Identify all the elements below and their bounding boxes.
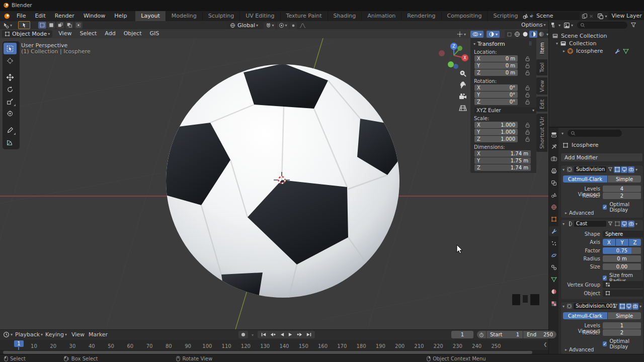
rotation-mode-dropdown[interactable]: XYZ Euler▾ bbox=[474, 107, 536, 114]
timeline-ruler[interactable]: 1020304050607080901001101201301401501601… bbox=[0, 340, 548, 349]
tool-measure[interactable] bbox=[4, 136, 17, 148]
cast-object-field[interactable] bbox=[603, 290, 643, 297]
select-mode-intersect-icon[interactable] bbox=[74, 22, 83, 29]
subdivision-expand-caret[interactable]: ▾ bbox=[562, 167, 565, 172]
workspace-tab-animation[interactable]: Animation bbox=[362, 11, 401, 21]
scene-icon[interactable] bbox=[522, 13, 529, 20]
outliner-funnel-icon[interactable] bbox=[630, 22, 636, 28]
auto-keying-record-button[interactable] bbox=[238, 331, 248, 338]
jump-to-start-button[interactable] bbox=[259, 332, 268, 337]
cast-extras-caret[interactable]: ▾ bbox=[635, 222, 637, 226]
npanel-tab-edit[interactable]: Edit bbox=[536, 97, 547, 112]
shading-solid-icon[interactable] bbox=[513, 31, 521, 38]
tool-select-box[interactable] bbox=[4, 43, 17, 54]
view-layer-icon[interactable] bbox=[597, 13, 604, 20]
location-x-field[interactable]: X0 m bbox=[474, 55, 518, 62]
scene-dropdown-caret[interactable]: ▾ bbox=[530, 14, 532, 19]
workspace-tab-layout[interactable]: Layout bbox=[135, 11, 166, 21]
dimension-x-field[interactable]: X1.74 m bbox=[474, 150, 531, 157]
rotation-y-field[interactable]: Y0° bbox=[474, 92, 518, 98]
tab-particles-icon[interactable] bbox=[549, 238, 558, 248]
menu-playback[interactable]: Playback▾ bbox=[15, 331, 43, 338]
tab-texture-icon[interactable] bbox=[549, 299, 558, 309]
3d-viewport[interactable]: User Perspective (1) Collection | Icosph… bbox=[0, 38, 548, 329]
lock-scale-z-icon[interactable] bbox=[524, 136, 531, 142]
mode-dropdown[interactable]: Object Mode▾ bbox=[2, 30, 52, 38]
workspace-tab-sculpting[interactable]: Sculpting bbox=[203, 11, 240, 21]
menu-render[interactable]: Render bbox=[50, 11, 79, 21]
tab-output-icon[interactable] bbox=[549, 166, 558, 176]
subdivision-render-field[interactable]: 2 bbox=[603, 193, 641, 199]
tab-view-layer-icon[interactable] bbox=[549, 178, 558, 188]
cast-header[interactable]: ▾ Cast ▾ bbox=[561, 220, 643, 228]
show-overlays-icon[interactable]: ▾ bbox=[470, 31, 484, 38]
subdivision-001-realtime-icon[interactable] bbox=[626, 303, 632, 310]
location-z-field[interactable]: Z0 m bbox=[474, 69, 518, 76]
subdivision-advanced-toggle[interactable]: ▸Advanced bbox=[565, 210, 594, 216]
menu-window[interactable]: Window bbox=[79, 11, 110, 21]
lock-rotation-y-icon[interactable] bbox=[524, 92, 531, 98]
proportional-editing-icon[interactable]: ▾ bbox=[277, 22, 289, 29]
menu-view[interactable]: View bbox=[54, 29, 75, 39]
menu-gis[interactable]: GIS bbox=[145, 29, 163, 39]
tab-constraints-icon[interactable] bbox=[549, 262, 558, 273]
scale-x-field[interactable]: X1.000 bbox=[474, 122, 518, 128]
start-frame-field[interactable]: Start1 bbox=[487, 331, 523, 338]
tab-world-icon[interactable] bbox=[549, 202, 558, 212]
dimension-z-field[interactable]: Z1.74 m bbox=[474, 164, 531, 171]
transform-orientation-dropdown[interactable]: Global ▾ bbox=[227, 22, 261, 29]
next-keyframe-button[interactable] bbox=[295, 332, 304, 337]
tool-rotate[interactable] bbox=[4, 83, 17, 95]
menu-timeline-view[interactable]: View bbox=[71, 331, 85, 338]
shading-material-preview-icon[interactable] bbox=[529, 31, 537, 38]
jump-to-end-button[interactable] bbox=[304, 332, 313, 337]
lock-location-y-icon[interactable] bbox=[524, 62, 531, 69]
subdivision-edit-mode-funnel-icon[interactable] bbox=[607, 166, 613, 173]
cast-expand-caret[interactable]: ▾ bbox=[562, 222, 565, 226]
snap-magnet-icon[interactable]: ▾ bbox=[264, 22, 276, 29]
outliner-display-caret[interactable]: ▾ bbox=[558, 23, 560, 28]
npanel-tab-item[interactable]: Item bbox=[536, 39, 547, 57]
outliner-filter-type-icon[interactable] bbox=[564, 22, 570, 29]
subdivision-header[interactable]: ▾ Subdivision ▾ bbox=[561, 165, 643, 173]
lock-location-z-icon[interactable] bbox=[524, 69, 531, 76]
unlink-scene-icon[interactable]: ✕ bbox=[589, 14, 593, 19]
options-dropdown[interactable]: Options▾ bbox=[521, 22, 545, 28]
view-layer-field[interactable]: View Layer bbox=[608, 12, 644, 20]
new-scene-icon[interactable] bbox=[582, 13, 588, 19]
cast-realtime-icon[interactable] bbox=[621, 221, 627, 227]
lock-scale-y-icon[interactable] bbox=[524, 129, 531, 135]
region-collapse-arrow[interactable]: ❮ bbox=[543, 342, 547, 347]
tab-modifiers-icon[interactable] bbox=[549, 226, 558, 236]
icosphere-modifier-wrench-icon[interactable] bbox=[614, 48, 620, 54]
subdivision-001-header[interactable]: ▾ Subdivision.001 ▾ bbox=[561, 302, 643, 310]
menu-add[interactable]: Add bbox=[101, 29, 119, 39]
lock-rotation-x-icon[interactable] bbox=[524, 84, 531, 91]
play-reverse-button[interactable] bbox=[278, 332, 286, 337]
cast-on-cage-icon[interactable] bbox=[614, 221, 620, 227]
cast-edit-mode-funnel-icon[interactable] bbox=[607, 221, 613, 227]
zoom-view-icon[interactable] bbox=[459, 69, 467, 77]
shading-rendered-icon[interactable] bbox=[537, 31, 545, 38]
workspace-tab-compositing[interactable]: Compositing bbox=[442, 11, 488, 21]
tool-annotate[interactable] bbox=[4, 124, 17, 136]
workspace-tab-shading[interactable]: Shading bbox=[328, 11, 362, 21]
menu-object[interactable]: Object bbox=[120, 29, 146, 39]
outliner-row-icosphere[interactable]: ▸ Icosphere bbox=[563, 47, 644, 55]
add-modifier-button[interactable]: Add Modifier bbox=[560, 153, 643, 162]
workspace-tab-scripting[interactable]: Scripting bbox=[488, 11, 524, 21]
subdivision-001-extras-caret[interactable]: ▾ bbox=[639, 304, 641, 309]
tool-header-toggle[interactable] bbox=[18, 21, 30, 29]
subdivision-001-catmull-button[interactable]: Catmull-Clark bbox=[563, 312, 607, 319]
proportional-dot-icon[interactable] bbox=[290, 22, 297, 29]
npanel-tab-tool[interactable]: Tool bbox=[536, 59, 547, 75]
subdivision-001-optimal-display-checkbox[interactable]: ✓ Optimal Display bbox=[603, 338, 643, 349]
tab-object-icon[interactable] bbox=[549, 214, 558, 224]
show-gizmo-icon[interactable]: ▾ bbox=[455, 31, 467, 38]
prev-keyframe-button[interactable] bbox=[268, 332, 278, 337]
cast-render-icon[interactable] bbox=[628, 221, 634, 227]
outliner-filter-caret[interactable]: ▾ bbox=[571, 23, 573, 28]
falloff-curve-icon[interactable] bbox=[298, 22, 307, 29]
cast-size-field[interactable]: 0.00 bbox=[603, 263, 641, 270]
cast-axis-x-button[interactable]: X bbox=[603, 239, 615, 246]
